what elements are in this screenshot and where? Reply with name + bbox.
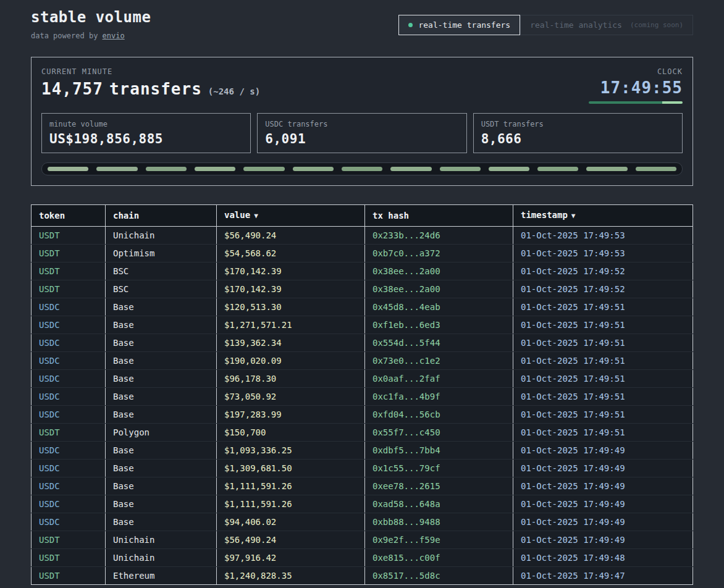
tab-real-time-analytics[interactable]: real-time analytics (coming soon) [520, 15, 693, 35]
activity-segment [146, 167, 187, 171]
cell-value: $1,240,828.35 [217, 567, 365, 585]
cell-tx-hash[interactable]: 0xad58...648a [365, 495, 513, 513]
stat-card-label: USDT transfers [481, 120, 675, 128]
cell-timestamp: 01-Oct-2025 17:49:49 [513, 442, 693, 460]
activity-segment [48, 167, 88, 171]
cell-tx-hash[interactable]: 0xdbf5...7bb4 [365, 442, 513, 460]
cell-chain: Base [106, 334, 217, 352]
stats-top-row: CURRENT MINUTE 14,757 transfers (~246 / … [41, 67, 683, 104]
transfers-table-section: token chain value▼ tx hash timestamp▼ US… [31, 204, 693, 585]
cell-token: USDC [32, 352, 106, 370]
activity-segment [636, 167, 676, 171]
cell-tx-hash[interactable]: 0x38ee...2a00 [365, 280, 513, 298]
cell-token: USDC [32, 477, 106, 495]
cell-timestamp: 01-Oct-2025 17:49:51 [513, 406, 693, 424]
table-row: USDTPolygon$150,7000x55f7...c45001-Oct-2… [32, 424, 693, 442]
cell-timestamp: 01-Oct-2025 17:49:49 [513, 531, 693, 549]
envio-link[interactable]: envio [103, 32, 125, 40]
cell-tx-hash[interactable]: 0x55f7...c450 [365, 424, 513, 442]
cell-timestamp: 01-Oct-2025 17:49:49 [513, 495, 693, 513]
activity-segment [96, 167, 137, 171]
tab-label: real-time analytics [530, 20, 622, 30]
stat-card-value: 8,666 [481, 132, 675, 146]
cell-value: $56,490.24 [217, 531, 365, 549]
column-header-chain[interactable]: chain [106, 205, 217, 227]
current-minute-label: CURRENT MINUTE [41, 67, 260, 76]
transfers-line: 14,757 transfers (~246 / s) [41, 80, 260, 98]
cell-tx-hash[interactable]: 0x73e0...c1e2 [365, 352, 513, 370]
table-row: USDCBase$197,283.990xfd04...56cb01-Oct-2… [32, 406, 693, 424]
cell-value: $190,020.09 [217, 352, 365, 370]
column-header-token[interactable]: token [32, 205, 106, 227]
cell-timestamp: 01-Oct-2025 17:49:49 [513, 477, 693, 495]
table-row: USDTBSC$170,142.390x38ee...2a0001-Oct-20… [32, 262, 693, 280]
transfer-rate: (~246 / s) [208, 86, 260, 96]
cell-value: $170,142.39 [217, 262, 365, 280]
cell-tx-hash[interactable]: 0x8517...5d8c [365, 567, 513, 585]
cell-token: USDC [32, 370, 106, 388]
transfers-summary: CURRENT MINUTE 14,757 transfers (~246 / … [41, 67, 260, 98]
cell-tx-hash[interactable]: 0xee78...2615 [365, 477, 513, 495]
stat-card-label: USDC transfers [265, 120, 458, 128]
cell-chain: Unichain [106, 549, 217, 567]
cell-timestamp: 01-Oct-2025 17:49:51 [513, 352, 693, 370]
cell-value: $1,271,571.21 [217, 316, 365, 334]
table-row: USDCBase$73,050.920xc1fa...4b9f01-Oct-20… [32, 388, 693, 406]
stat-card-value: 6,091 [265, 132, 458, 146]
coming-soon-note: (coming soon) [630, 21, 683, 29]
transfer-count: 14,757 [41, 80, 103, 98]
cell-tx-hash[interactable]: 0xc1fa...4b9f [365, 388, 513, 406]
cell-tx-hash[interactable]: 0x45d8...4eab [365, 298, 513, 316]
activity-segment [195, 167, 235, 171]
activity-segment [586, 167, 627, 171]
cell-chain: Base [106, 460, 217, 477]
column-label: value [224, 210, 250, 220]
column-header-timestamp[interactable]: timestamp▼ [513, 205, 693, 227]
cell-value: $120,513.30 [217, 298, 365, 316]
table-row: USDCBase$1,309,681.500x1c55...79cf01-Oct… [32, 460, 693, 477]
cell-value: $73,050.92 [217, 388, 365, 406]
cell-timestamp: 01-Oct-2025 17:49:51 [513, 424, 693, 442]
cell-chain: Unichain [106, 531, 217, 549]
column-label: chain [113, 211, 139, 220]
cell-token: USDC [32, 334, 106, 352]
cell-tx-hash[interactable]: 0xf1eb...6ed3 [365, 316, 513, 334]
table-row: USDTUnichain$56,490.240x9e2f...f59e01-Oc… [32, 531, 693, 549]
cell-timestamp: 01-Oct-2025 17:49:48 [513, 549, 693, 567]
cell-chain: Base [106, 370, 217, 388]
stat-card-value: US$198,856,885 [49, 132, 243, 146]
cell-value: $56,490.24 [217, 227, 365, 245]
cell-timestamp: 01-Oct-2025 17:49:51 [513, 388, 693, 406]
clock-progress-bar [589, 101, 683, 104]
clock-label: CLOCK [589, 67, 683, 76]
cell-tx-hash[interactable]: 0x1c55...79cf [365, 460, 513, 477]
cell-tx-hash[interactable]: 0xe815...c00f [365, 549, 513, 567]
activity-segment [243, 167, 284, 171]
minute-activity-bar [41, 162, 683, 175]
column-label: timestamp [521, 210, 568, 220]
table-row: USDCBase$1,111,591.260xad58...648a01-Oct… [32, 495, 693, 513]
cell-tx-hash[interactable]: 0x0aaf...2faf [365, 370, 513, 388]
cell-value: $96,178.30 [217, 370, 365, 388]
stat-card-label: minute volume [49, 120, 243, 128]
table-row: USDTUnichain$56,490.240x233b...24d601-Oc… [32, 227, 693, 245]
table-header-row: token chain value▼ tx hash timestamp▼ [32, 205, 693, 227]
cell-tx-hash[interactable]: 0x554d...5f44 [365, 334, 513, 352]
cell-timestamp: 01-Oct-2025 17:49:51 [513, 370, 693, 388]
cell-tx-hash[interactable]: 0x9e2f...f59e [365, 531, 513, 549]
cell-tx-hash[interactable]: 0x38ee...2a00 [365, 262, 513, 280]
table-row: USDCBase$96,178.300x0aaf...2faf01-Oct-20… [32, 370, 693, 388]
column-header-value[interactable]: value▼ [217, 205, 365, 227]
cell-timestamp: 01-Oct-2025 17:49:47 [513, 567, 693, 585]
cell-tx-hash[interactable]: 0xbb88...9488 [365, 513, 513, 531]
tab-real-time-transfers[interactable]: real-time transfers [398, 15, 520, 35]
brand: stable volume data powered by envio [31, 9, 151, 40]
cell-token: USDC [32, 388, 106, 406]
cell-tx-hash[interactable]: 0xb7c0...a372 [365, 245, 513, 262]
activity-segment [293, 167, 334, 171]
cell-tx-hash[interactable]: 0x233b...24d6 [365, 227, 513, 245]
activity-segment [537, 167, 578, 171]
column-header-tx-hash[interactable]: tx hash [365, 205, 513, 227]
transfers-word: transfers [109, 80, 202, 98]
cell-tx-hash[interactable]: 0xfd04...56cb [365, 406, 513, 424]
